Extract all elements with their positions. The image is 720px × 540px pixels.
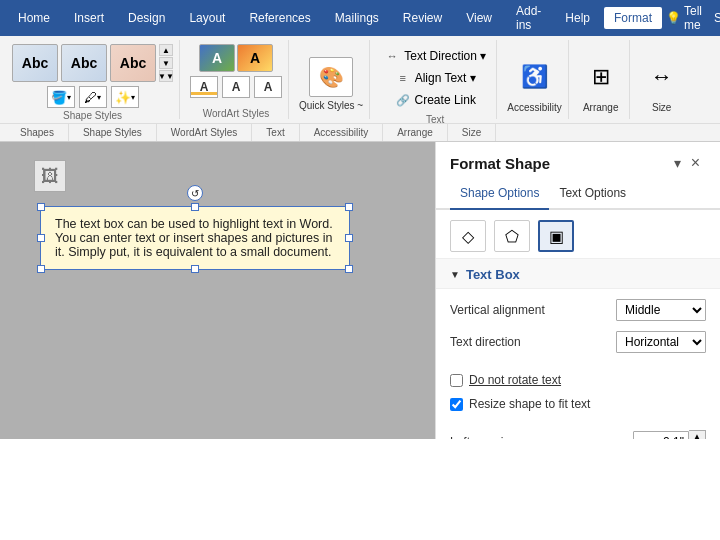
- outline-icon-btn[interactable]: ⬠: [494, 220, 530, 252]
- arrange-btn[interactable]: ⊞: [579, 55, 623, 99]
- panel-icons: ◇ ⬠ ▣: [436, 210, 720, 259]
- align-text-item[interactable]: ≡ Align Text ▾: [391, 68, 480, 88]
- arrange-label: Arrange: [583, 102, 619, 113]
- tab-view[interactable]: View: [456, 7, 502, 29]
- quick-styles-group: 🎨 Quick Styles ~: [299, 49, 363, 111]
- handle-bl[interactable]: [37, 265, 45, 273]
- ribbon-right: 💡 Tell me Share: [666, 4, 720, 32]
- share-button[interactable]: Share: [714, 11, 720, 25]
- text-box-section-header[interactable]: ▼ Text Box: [436, 259, 720, 289]
- handle-tm[interactable]: [191, 203, 199, 211]
- sec-shape-styles: Shape Styles: [69, 124, 157, 141]
- tab-design[interactable]: Design: [118, 7, 175, 29]
- handle-mr[interactable]: [345, 234, 353, 242]
- size-btn[interactable]: ↔: [640, 55, 684, 99]
- arrange-section: ⊞ Arrange: [573, 40, 630, 119]
- arrange-icon: ⊞: [592, 64, 610, 90]
- scroll-up[interactable]: ▲: [159, 44, 173, 56]
- text-direction-select[interactable]: Horizontal Rotate all text 90° Rotate al…: [616, 331, 706, 353]
- canvas-textbox[interactable]: ↺ The text box can be used to highlight …: [40, 206, 350, 270]
- text-direction-row: Text direction Horizontal Rotate all tex…: [450, 329, 706, 355]
- tab-layout[interactable]: Layout: [179, 7, 235, 29]
- left-margin-row: Left margin ▲ ▼: [450, 429, 706, 439]
- handle-tr[interactable]: [345, 203, 353, 211]
- do-not-rotate-checkbox[interactable]: [450, 374, 463, 387]
- do-not-rotate-row: Do not rotate text: [450, 371, 706, 389]
- shape-format-buttons: 🪣 ▾ 🖊 ▾ ✨ ▾: [47, 86, 139, 108]
- format-panel: Format Shape ▾ × Shape Options Text Opti…: [435, 142, 720, 439]
- wordart-color-buttons: A A A: [190, 76, 282, 98]
- shape-style-btn-2[interactable]: Abc: [61, 44, 107, 82]
- ribbon: Home Insert Design Layout References Mai…: [0, 0, 720, 36]
- accessibility-btn[interactable]: ♿: [512, 55, 556, 99]
- scroll-more[interactable]: ▼▼: [159, 70, 173, 82]
- quick-styles-btn[interactable]: Quick Styles ~: [299, 100, 363, 111]
- sec-text: Text: [252, 124, 299, 141]
- panel-close-btn[interactable]: ×: [685, 152, 706, 174]
- sec-wordart: WordArt Styles: [157, 124, 253, 141]
- handle-bm[interactable]: [191, 265, 199, 273]
- handle-ml[interactable]: [37, 234, 45, 242]
- sec-shapes: Shapes: [6, 124, 69, 141]
- tab-mailings[interactable]: Mailings: [325, 7, 389, 29]
- vertical-alignment-label: Vertical alignment: [450, 303, 616, 317]
- square-effects-icon: ▣: [549, 227, 564, 246]
- handle-br[interactable]: [345, 265, 353, 273]
- wordart-style-btn-2[interactable]: A: [237, 44, 273, 72]
- handle-tl[interactable]: [37, 203, 45, 211]
- fill-dropdown-btn[interactable]: 🪣 ▾: [47, 86, 75, 108]
- shape-scroll: ▲ ▼ ▼▼: [159, 44, 173, 82]
- shape-styles-section: Abc Abc Abc ▲ ▼ ▼▼ 🪣 ▾ 🖊 ▾ ✨ ▾ Sha: [6, 40, 180, 119]
- fill-icon-btn[interactable]: ◇: [450, 220, 486, 252]
- shape-style-btn-1[interactable]: Abc: [12, 44, 58, 82]
- text-direction-icon: ↔: [384, 48, 400, 64]
- size-icon: ↔: [651, 64, 673, 90]
- shape-styles-label: Shape Styles: [63, 108, 122, 121]
- toolbar: Abc Abc Abc ▲ ▼ ▼▼ 🪣 ▾ 🖊 ▾ ✨ ▾ Sha: [0, 36, 720, 124]
- tell-me[interactable]: 💡 Tell me: [666, 4, 702, 32]
- tab-format[interactable]: Format: [604, 7, 662, 29]
- text-direction-item[interactable]: ↔ Text Direction ▾: [380, 46, 490, 66]
- chevron-down-icon: ▾: [67, 93, 71, 102]
- chevron-down-icon2: ▾: [97, 93, 101, 102]
- vertical-alignment-row: Vertical alignment Top Middle Bottom: [450, 297, 706, 323]
- resize-shape-row: Resize shape to fit text: [450, 395, 706, 413]
- wordart-style-btn-1[interactable]: A: [199, 44, 235, 72]
- document-area: ↺ The text box can be used to highlight …: [0, 142, 720, 439]
- tab-addins[interactable]: Add-ins: [506, 0, 551, 36]
- size-label: Size: [652, 102, 671, 113]
- quick-styles-icon[interactable]: 🎨: [309, 57, 353, 97]
- left-margin-label: Left margin: [450, 435, 633, 439]
- text-direction-label: Text direction: [450, 335, 616, 349]
- quick-styles-section: 🎨 Quick Styles ~: [293, 40, 370, 119]
- left-margin-input[interactable]: [633, 431, 689, 439]
- create-link-item[interactable]: 🔗 Create Link: [391, 90, 480, 110]
- panel-header: Format Shape ▾ ×: [436, 142, 720, 174]
- tab-help[interactable]: Help: [555, 7, 600, 29]
- tab-shape-options[interactable]: Shape Options: [450, 182, 549, 210]
- lightbulb-icon: 💡: [666, 11, 681, 25]
- panel-form: Vertical alignment Top Middle Bottom Tex…: [436, 289, 720, 439]
- tab-insert[interactable]: Insert: [64, 7, 114, 29]
- tab-review[interactable]: Review: [393, 7, 452, 29]
- panel-collapse-btn[interactable]: ▾: [674, 152, 681, 174]
- text-label: Text: [426, 112, 444, 125]
- left-margin-up[interactable]: ▲: [689, 431, 705, 439]
- scroll-down[interactable]: ▼: [159, 57, 173, 69]
- tab-text-options[interactable]: Text Options: [549, 182, 636, 210]
- effects-dropdown-btn[interactable]: ✨ ▾: [111, 86, 139, 108]
- vertical-alignment-select[interactable]: Top Middle Bottom: [616, 299, 706, 321]
- effects-icon-btn[interactable]: ▣: [538, 220, 574, 252]
- rotate-handle[interactable]: ↺: [187, 185, 203, 201]
- text-effects-btn[interactable]: A: [254, 76, 282, 98]
- textbox-content: The text box can be used to highlight te…: [55, 217, 333, 259]
- text-fill-btn[interactable]: A: [190, 76, 218, 98]
- shape-style-btn-3[interactable]: Abc: [110, 44, 156, 82]
- tab-home[interactable]: Home: [8, 7, 60, 29]
- outline-dropdown-btn[interactable]: 🖊 ▾: [79, 86, 107, 108]
- link-icon: 🔗: [395, 92, 411, 108]
- resize-shape-checkbox[interactable]: [450, 398, 463, 411]
- sec-arrange: Arrange: [383, 124, 448, 141]
- text-outline-btn[interactable]: A: [222, 76, 250, 98]
- tab-references[interactable]: References: [239, 7, 320, 29]
